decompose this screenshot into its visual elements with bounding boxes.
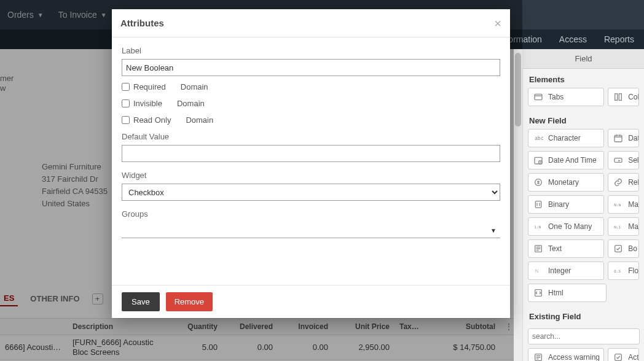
label-label: Label (122, 46, 500, 55)
default-value-input[interactable] (122, 145, 500, 162)
calendar-icon (613, 133, 623, 143)
field-one2many-button[interactable]: 1:N One To Many (528, 217, 604, 236)
field-datetime-button[interactable]: Date And Time (528, 151, 604, 169)
widget-label: Widget (122, 171, 500, 180)
field-character-button[interactable]: abc Character (528, 129, 604, 147)
field-many-label: Man (628, 200, 639, 209)
field-many-button[interactable]: N:N Man (608, 195, 639, 214)
newfield-title: New Field (523, 110, 644, 129)
field-html-label: Html (548, 289, 564, 297)
label-input[interactable] (122, 59, 500, 76)
columns-icon (613, 92, 623, 102)
required-label: Required (133, 82, 166, 91)
required-domain-link[interactable]: Domain (181, 82, 208, 91)
existing-action[interactable]: Act (608, 348, 639, 361)
tab-icon (533, 92, 543, 102)
remove-button[interactable]: Remove (166, 292, 213, 311)
field-text-label: Text (548, 244, 562, 253)
invisible-domain-link[interactable]: Domain (177, 99, 205, 108)
field-many2-button[interactable]: N:1 Ma (608, 217, 639, 236)
field-select-button[interactable]: Sele (608, 151, 639, 169)
widget-select[interactable]: Checkbox (122, 184, 500, 201)
required-checkbox[interactable] (122, 83, 130, 91)
scrollbar-track[interactable] (514, 49, 522, 361)
elements-title: Elements (523, 69, 644, 88)
invisible-checkbox[interactable] (122, 99, 130, 107)
link-icon (613, 177, 623, 187)
datetime-icon (533, 155, 543, 165)
close-icon[interactable]: × (494, 17, 501, 29)
field-html-button[interactable]: Html (528, 284, 607, 302)
binary-icon (533, 200, 543, 209)
svg-rect-14 (615, 246, 622, 252)
field-float-label: Floa (628, 266, 639, 275)
integer-icon: ℕ (533, 266, 543, 276)
svg-rect-4 (615, 135, 622, 142)
modal-body: Label Required Domain Invisible Domain R… (112, 37, 510, 285)
field-boolean-label: Bo (628, 244, 637, 253)
element-columns-label: Col (628, 93, 639, 101)
svg-text:N:1: N:1 (615, 225, 621, 229)
readonly-checkbox[interactable] (122, 116, 130, 124)
svg-rect-9 (535, 201, 541, 208)
text-icon (533, 352, 543, 361)
element-columns-button[interactable]: Col (608, 88, 639, 106)
svg-text:0.5: 0.5 (615, 269, 621, 273)
html-icon (533, 288, 543, 298)
svg-rect-2 (619, 94, 622, 101)
save-button[interactable]: Save (122, 292, 160, 311)
modal-title: Attributes (120, 18, 164, 28)
character-icon: abc (533, 133, 543, 143)
chevron-down-icon: ▼ (490, 227, 497, 233)
float-icon: 0.5 (613, 266, 623, 276)
many-icon: N:N (613, 200, 623, 209)
field-float-button[interactable]: 0.5 Floa (608, 262, 639, 280)
field-integer-button[interactable]: ℕ Integer (528, 262, 604, 280)
field-boolean-button[interactable]: Bo (608, 239, 639, 258)
default-value-label: Default Value (122, 132, 500, 141)
select-icon (613, 155, 623, 165)
sidebar-tab-field[interactable]: Field (523, 49, 644, 69)
existing-field-title: Existing Field (523, 306, 644, 325)
existing-access-warning-label: Access warning (548, 353, 600, 361)
field-date-label: Dat (628, 134, 639, 142)
modal-titlebar: Attributes × (112, 9, 510, 37)
scrollbar-thumb[interactable] (515, 53, 521, 126)
svg-rect-19 (615, 354, 622, 361)
field-sidebar: Field Elements Tabs Col New Field abc Ch… (522, 49, 644, 361)
readonly-domain-link[interactable]: Domain (186, 115, 213, 125)
field-date-button[interactable]: Dat (608, 129, 639, 147)
field-binary-label: Binary (548, 200, 569, 209)
one2many-icon: 1:N (533, 222, 543, 231)
checkbox-icon (613, 352, 623, 361)
tab-reports[interactable]: Reports (604, 34, 634, 44)
field-binary-button[interactable]: Binary (528, 195, 604, 214)
groups-input[interactable]: ▼ (122, 222, 500, 238)
field-datetime-label: Date And Time (548, 156, 597, 165)
field-relation-button[interactable]: Rela (608, 173, 639, 192)
field-relation-label: Rela (628, 178, 639, 187)
many2-icon: N:1 (613, 222, 623, 231)
svg-rect-1 (615, 94, 618, 101)
existing-field-search[interactable] (528, 328, 640, 344)
field-monetary-button[interactable]: Monetary (528, 173, 604, 192)
invisible-label: Invisible (133, 99, 162, 108)
element-tabs-button[interactable]: Tabs (528, 88, 604, 106)
svg-rect-0 (535, 94, 542, 99)
tab-access[interactable]: Access (559, 34, 587, 44)
field-one2many-label: One To Many (548, 222, 592, 231)
field-character-label: Character (548, 134, 581, 142)
existing-action-label: Act (628, 353, 638, 361)
svg-text:ℕ: ℕ (535, 268, 538, 274)
readonly-label: Read Only (133, 115, 171, 125)
field-text-button[interactable]: Text (528, 239, 604, 258)
modal-footer: Save Remove (112, 285, 510, 318)
existing-access-warning[interactable]: Access warning (528, 348, 604, 361)
checkbox-icon (613, 244, 623, 254)
field-integer-label: Integer (548, 266, 571, 275)
svg-text:abc: abc (535, 136, 543, 141)
attributes-modal: Attributes × Label Required Domain Invis… (112, 9, 510, 318)
text-icon (533, 244, 543, 254)
field-monetary-label: Monetary (548, 178, 579, 187)
groups-label: Groups (122, 209, 500, 219)
